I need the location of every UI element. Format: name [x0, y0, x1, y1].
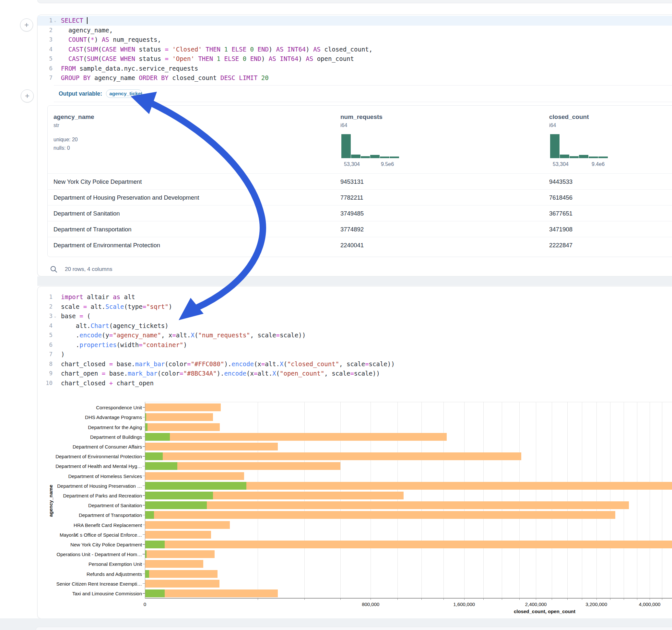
python-line[interactable]: 8chart_closed = base.mark_bar(color="#FF…	[38, 359, 672, 369]
token: import	[61, 293, 83, 300]
add-cell-button-top[interactable]: +	[20, 19, 33, 31]
python-line[interactable]: 5 .encode(y="agency_name", x=alt.X("num_…	[38, 331, 672, 340]
notebook-canvas: + 1⌄SELECT 2 agency_name,3 COUNT(*) AS n…	[0, 0, 672, 630]
token: =	[350, 370, 354, 377]
sql-line[interactable]: 6FROM sample_data.nyc.service_requests	[38, 64, 672, 74]
python-line[interactable]: 4 alt.Chart(agency_tickets)	[38, 321, 672, 331]
python-line[interactable]: 10chart_closed + chart_open	[38, 379, 672, 388]
token: scale))	[369, 360, 395, 367]
line-number: 8	[38, 359, 52, 369]
line-number: 3	[38, 35, 52, 45]
line-number: 10	[38, 379, 52, 388]
sql-line[interactable]: 1⌄SELECT	[38, 16, 672, 26]
code-text: SELECT	[58, 16, 88, 26]
token: (color	[165, 360, 187, 367]
token	[246, 46, 250, 53]
token: DESC	[220, 74, 235, 81]
python-editor[interactable]: 1import altair as alt2scale = alt.Scale(…	[38, 292, 672, 388]
table-row[interactable]: Department of Housing Preservation and D…	[48, 189, 672, 205]
token: *	[91, 36, 94, 43]
code-text: CAST(SUM(CASE WHEN status = 'Open' THEN …	[58, 54, 354, 64]
sql-line[interactable]: 7GROUP BY agency_name ORDER BY closed_co…	[38, 73, 672, 83]
token	[220, 46, 224, 53]
sql-line[interactable]: 3 COUNT(*) AS num_requests,	[38, 35, 672, 45]
token: AS	[269, 55, 276, 62]
token: (	[283, 360, 287, 367]
token: =	[187, 360, 191, 367]
table-row[interactable]: Department of Environmental Protection22…	[48, 237, 672, 253]
token	[61, 36, 68, 43]
token: alt.	[257, 370, 272, 377]
token	[254, 46, 257, 53]
cell-closed-count: 9443533	[549, 178, 573, 185]
search-icon[interactable]	[50, 265, 58, 273]
token	[61, 46, 68, 53]
token: sample_data.nyc.service_requests	[76, 65, 198, 72]
token	[228, 46, 232, 53]
token: alt	[120, 293, 135, 300]
cell-num-requests: 3774892	[340, 226, 364, 233]
table-row[interactable]: Department of Transportation377489234719…	[48, 221, 672, 237]
add-cell-button-output[interactable]: +	[21, 90, 34, 102]
fold-spacer	[52, 54, 58, 64]
token	[61, 55, 68, 62]
sql-line[interactable]: 2 agency_name,	[38, 26, 672, 35]
token: (x	[254, 360, 261, 367]
cell-agency-name: New York City Police Department	[53, 178, 142, 185]
token: open_count	[313, 55, 354, 62]
token: )	[169, 303, 172, 310]
code-text: alt.Chart(agency_tickets)	[58, 321, 169, 331]
cell-num-requests: 7782211	[340, 194, 363, 201]
table-row[interactable]: Department of Sanitation37494853677651	[48, 205, 672, 221]
token	[117, 46, 120, 53]
line-number: 7	[38, 350, 52, 359]
code-text: import altair as alt	[58, 292, 135, 302]
python-line[interactable]: 2scale = alt.Scale(type="sqrt")	[38, 302, 672, 312]
output-variable-value: agency_tickets	[109, 91, 142, 96]
histogram-bar	[589, 156, 598, 158]
next-cell-edge	[35, 627, 672, 630]
sql-line[interactable]: 4 CAST(SUM(CASE WHEN status = 'Closed' T…	[38, 45, 672, 54]
fold-spacer	[52, 350, 58, 359]
token: FROM	[61, 65, 76, 72]
table-row[interactable]: New York City Police Department945313194…	[48, 173, 672, 190]
token	[220, 55, 224, 62]
token	[276, 55, 280, 62]
cell-closed-count: 2222847	[549, 242, 573, 249]
column-header-agency-name[interactable]: agency_name	[53, 114, 94, 121]
token	[239, 55, 242, 62]
histogram-bar	[570, 156, 579, 158]
code-text: CAST(SUM(CASE WHEN status = 'Closed' THE…	[58, 45, 373, 54]
plus-icon: +	[24, 21, 29, 29]
cell-agency-name: Department of Environmental Protection	[53, 242, 160, 249]
column-header-num-requests[interactable]: num_requests	[340, 114, 383, 121]
token	[194, 55, 198, 62]
token	[235, 74, 239, 81]
histogram-bar	[579, 155, 589, 158]
fold-chevron-icon[interactable]: ⌄	[52, 311, 58, 321]
token: =	[179, 370, 183, 377]
token: .	[61, 332, 79, 339]
column-header-closed-count[interactable]: closed_count	[549, 114, 589, 121]
sql-editor[interactable]: 1⌄SELECT 2 agency_name,3 COUNT(*) AS num…	[38, 16, 672, 83]
python-line[interactable]: 3⌄base = (	[38, 311, 672, 321]
line-number: 2	[38, 302, 52, 312]
line-number: 1	[38, 292, 52, 302]
python-line[interactable]: 1import altair as alt	[38, 292, 672, 302]
token: ORDER	[139, 74, 157, 81]
sql-line[interactable]: 5 CAST(SUM(CASE WHEN status = 'Open' THE…	[38, 54, 672, 64]
fold-chevron-icon[interactable]: ⌄	[52, 16, 58, 26]
python-line[interactable]: 7)	[38, 350, 672, 359]
sql-cell: 1⌄SELECT 2 agency_name,3 COUNT(*) AS num…	[37, 15, 672, 276]
python-line[interactable]: 6 .properties(width="container")	[38, 340, 672, 350]
histogram-bar	[560, 154, 569, 158]
table-footer: 20 rows, 4 columns	[47, 262, 112, 277]
token: =	[109, 332, 113, 339]
token: 'Closed'	[172, 46, 202, 53]
token: AS	[306, 55, 313, 62]
python-line[interactable]: 9chart_open = base.mark_bar(color="#8BC3…	[38, 369, 672, 379]
token: LIMIT	[239, 74, 257, 81]
token	[257, 74, 261, 81]
output-variable-pill[interactable]: agency_tickets	[106, 90, 142, 98]
cell-num-requests: 9453131	[340, 178, 364, 185]
